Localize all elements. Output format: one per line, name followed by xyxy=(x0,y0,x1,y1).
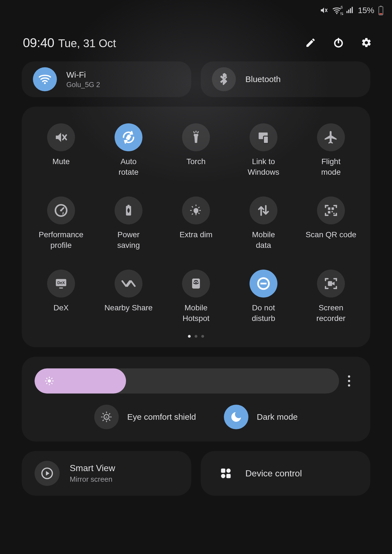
wifi-band-badge: 6 xyxy=(341,5,343,9)
page-dot[interactable] xyxy=(195,335,197,338)
qs-tile-label: Autorotate xyxy=(117,156,140,178)
svg-rect-3 xyxy=(379,13,383,15)
brightness-panel: A Eye comfort shield Dark mode xyxy=(22,357,370,442)
qs-tile-extra-dim[interactable]: Extra dim xyxy=(162,196,230,251)
eye-comfort-label: Eye comfort shield xyxy=(127,412,196,422)
brightness-more-button[interactable] xyxy=(341,375,357,387)
svg-line-48 xyxy=(52,378,52,379)
mute-icon xyxy=(47,123,75,151)
device-control-icon xyxy=(217,467,234,480)
wifi-title: Wi-Fi xyxy=(66,70,100,80)
qs-tile-label: Torch xyxy=(185,156,207,167)
qs-tile-scan-qr[interactable]: Scan QR code xyxy=(297,196,365,251)
svg-line-55 xyxy=(103,413,104,414)
flight-mode-icon xyxy=(317,123,345,151)
svg-rect-17 xyxy=(127,205,129,206)
extra-dim-icon xyxy=(182,196,210,224)
auto-rotate-icon xyxy=(115,123,142,151)
dark-mode-icon xyxy=(224,405,248,429)
qs-tile-label: Do notdisturb xyxy=(250,303,277,324)
wifi-icon xyxy=(33,67,57,91)
smart-view-icon xyxy=(35,461,60,486)
qs-tile-label: Nearby Share xyxy=(103,303,154,313)
svg-point-0 xyxy=(336,13,338,14)
time-and-date[interactable]: 09:40 Tue, 31 Oct xyxy=(23,35,116,50)
qs-tile-dex[interactable]: DeXDeX xyxy=(27,270,95,324)
svg-point-36 xyxy=(195,282,197,283)
page-dot[interactable] xyxy=(188,335,191,338)
qs-tile-dnd[interactable]: Do notdisturb xyxy=(230,270,297,324)
edit-button[interactable] xyxy=(305,37,316,48)
qs-tile-label: Mute xyxy=(51,156,71,167)
mute-status-icon xyxy=(320,6,328,15)
svg-line-56 xyxy=(109,420,110,421)
dark-mode-label: Dark mode xyxy=(257,412,298,422)
device-control-pill[interactable]: Device control xyxy=(201,451,370,496)
svg-line-58 xyxy=(109,413,110,414)
device-control-title: Device control xyxy=(245,468,302,479)
svg-point-40 xyxy=(48,379,51,382)
scan-qr-icon xyxy=(317,196,345,224)
svg-line-10 xyxy=(194,132,194,133)
hotspot-icon xyxy=(182,270,210,298)
qs-tile-flight-mode[interactable]: Flightmode xyxy=(297,123,365,178)
qs-tile-label: Powersaving xyxy=(116,229,142,251)
status-bar: 6 15% xyxy=(0,0,392,17)
screen-rec-icon xyxy=(317,270,345,298)
svg-rect-62 xyxy=(226,469,231,473)
svg-point-6 xyxy=(44,82,46,84)
svg-rect-28 xyxy=(331,207,334,210)
dex-icon: DeX xyxy=(47,270,75,298)
qs-tile-mobile-data[interactable]: Mobiledata xyxy=(230,196,297,251)
qs-tile-auto-rotate[interactable]: Autorotate xyxy=(95,123,162,178)
svg-line-46 xyxy=(52,383,52,384)
svg-line-25 xyxy=(192,213,193,214)
qs-tile-power-saving[interactable]: Powersaving xyxy=(95,196,162,251)
bluetooth-pill[interactable]: Bluetooth xyxy=(201,61,370,97)
wifi-network-name: Golu_5G 2 xyxy=(66,81,100,89)
header: 09:40 Tue, 31 Oct xyxy=(0,17,392,59)
more-vertical-icon xyxy=(348,375,350,387)
dark-mode-toggle[interactable]: Dark mode xyxy=(224,405,298,429)
settings-button[interactable] xyxy=(361,37,372,48)
svg-line-26 xyxy=(199,207,200,208)
link-windows-icon xyxy=(250,123,277,151)
battery-icon xyxy=(378,5,384,15)
nearby-share-icon xyxy=(115,270,142,298)
svg-rect-2 xyxy=(380,6,382,7)
qs-tile-perf-profile[interactable]: Performanceprofile xyxy=(27,196,95,251)
svg-line-11 xyxy=(198,132,198,133)
clock-time: 09:40 xyxy=(23,35,54,50)
qs-tile-hotspot[interactable]: MobileHotspot xyxy=(162,270,230,324)
qs-tile-link-windows[interactable]: Link toWindows xyxy=(230,123,297,178)
smart-view-pill[interactable]: Smart View Mirror screen xyxy=(22,451,191,496)
svg-rect-63 xyxy=(221,474,225,478)
dnd-icon xyxy=(250,270,277,298)
svg-line-57 xyxy=(103,420,104,421)
mobile-data-icon xyxy=(250,196,277,224)
svg-rect-27 xyxy=(328,207,330,210)
qs-tile-screen-rec[interactable]: Screenrecorder xyxy=(297,270,365,324)
svg-rect-13 xyxy=(263,136,268,143)
svg-rect-31 xyxy=(333,213,335,214)
cellular-status-icon xyxy=(345,6,354,15)
wifi-pill[interactable]: Wi-Fi Golu_5G 2 xyxy=(22,61,191,97)
svg-point-15 xyxy=(60,209,62,211)
wifi-arrows-icon xyxy=(340,12,344,16)
page-dot[interactable] xyxy=(201,335,204,338)
brightness-slider[interactable] xyxy=(35,368,339,394)
power-button[interactable] xyxy=(333,37,344,48)
bluetooth-title: Bluetooth xyxy=(245,75,281,84)
torch-icon xyxy=(182,123,210,151)
quick-settings-panel: MuteAutorotateTorchLink toWindowsFlightm… xyxy=(22,107,370,347)
qs-tile-nearby-share[interactable]: Nearby Share xyxy=(95,270,162,324)
page-indicator[interactable] xyxy=(27,335,365,338)
svg-rect-30 xyxy=(331,211,333,212)
eye-comfort-toggle[interactable]: A Eye comfort shield xyxy=(94,405,196,429)
svg-line-23 xyxy=(192,207,193,208)
qs-tile-label: DeX xyxy=(52,303,70,313)
qs-tile-torch[interactable]: Torch xyxy=(162,123,230,178)
qs-tile-mute[interactable]: Mute xyxy=(27,123,95,178)
bluetooth-icon xyxy=(212,67,236,91)
svg-text:A: A xyxy=(105,416,108,419)
